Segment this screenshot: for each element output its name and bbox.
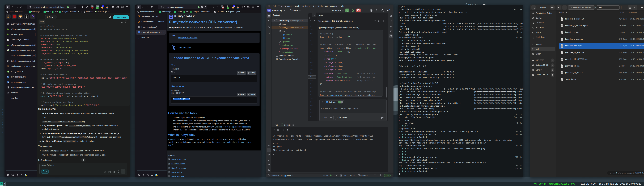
svg-text:xn: xn bbox=[138, 32, 140, 33]
svg-text:L: L bbox=[14, 16, 15, 18]
